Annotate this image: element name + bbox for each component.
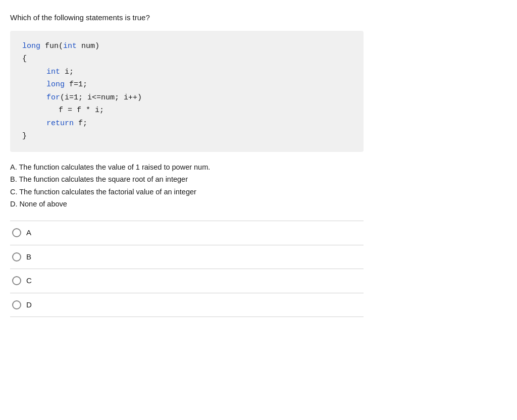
code-brace-open: { (22, 52, 351, 66)
code-return-val: f; (74, 119, 87, 128)
radio-label-d: D (26, 299, 32, 311)
radio-circle-b (12, 252, 21, 261)
code-brace-close: } (22, 130, 351, 143)
code-num: num) (77, 42, 99, 50)
keyword-return: return (46, 119, 74, 128)
question-text: Which of the following statements is tru… (10, 12, 364, 24)
keyword-long-1: long (22, 42, 40, 50)
keyword-long-2: long (46, 80, 65, 89)
code-block: long fun(int num) { int i; long f=1; for… (10, 31, 364, 152)
radio-label-a: A (26, 227, 31, 239)
keyword-int-1: int (63, 42, 77, 50)
option-text-d: D. None of above (10, 198, 364, 211)
radio-label-c: C (26, 275, 32, 287)
code-f-decl: f=1; (65, 80, 87, 89)
radio-options-group: A B C D (10, 221, 364, 317)
keyword-for: for (46, 93, 60, 102)
code-loop-body: f = f * i; (59, 106, 104, 115)
radio-option-b[interactable]: B (10, 245, 364, 270)
radio-circle-d (12, 300, 21, 309)
keyword-int-2: int (46, 68, 60, 76)
radio-option-a[interactable]: A (10, 221, 364, 245)
option-text-a: A. The function calculates the value of … (10, 161, 364, 174)
radio-circle-c (12, 276, 21, 285)
option-text-c: C. The function calculates the factorial… (10, 186, 364, 198)
code-for-cond: (i=1; i<=num; i++) (60, 93, 142, 102)
radio-circle-a (12, 228, 21, 237)
options-text-block: A. The function calculates the value of … (10, 161, 364, 211)
radio-label-b: B (26, 251, 31, 263)
radio-option-d[interactable]: D (10, 293, 364, 318)
code-fun: fun( (45, 42, 63, 50)
option-text-b: B. The function calculates the square ro… (10, 173, 364, 186)
code-i-decl: i; (60, 68, 74, 76)
radio-option-c[interactable]: C (10, 269, 364, 293)
